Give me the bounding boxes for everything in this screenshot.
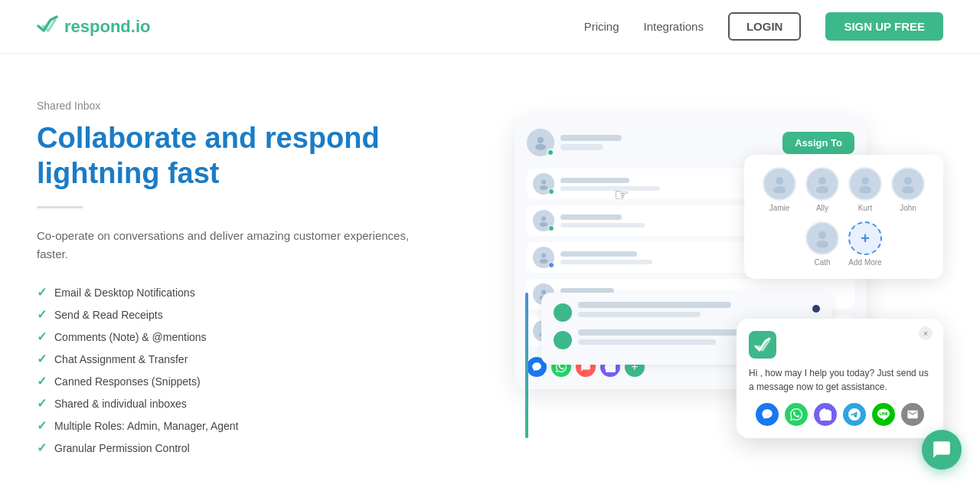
team-member-name: John <box>900 204 916 212</box>
logo[interactable]: respond.io <box>37 14 150 40</box>
svg-point-15 <box>816 186 828 193</box>
team-member-name: Ally <box>816 204 828 212</box>
status-dot <box>548 262 554 268</box>
feature-list: ✓Email & Desktop Notifications ✓Send & R… <box>37 285 435 455</box>
message-lines <box>578 302 806 317</box>
svg-point-13 <box>773 186 786 193</box>
check-icon: ✓ <box>37 396 47 411</box>
chat-avatar <box>533 173 554 195</box>
sub-line <box>560 144 603 150</box>
widget-viber-icon[interactable] <box>814 403 837 426</box>
team-avatar <box>805 221 839 255</box>
chat-avatar <box>533 247 554 268</box>
widget-logo <box>749 331 776 359</box>
team-member-kurt: Kurt <box>848 167 882 212</box>
list-item: ✓Granular Permission Control <box>37 441 435 455</box>
add-member-icon[interactable]: + <box>848 221 882 255</box>
list-item: ✓Send & Read Receipts <box>37 307 435 322</box>
logo-icon <box>37 14 58 40</box>
team-member-cath: Cath <box>805 221 839 267</box>
card-top-bar: Assign To <box>527 129 854 156</box>
team-member-name: Jamie <box>769 204 790 212</box>
list-item: ✓Canned Responses (Snippets) <box>37 374 435 388</box>
svg-point-7 <box>540 259 548 264</box>
chat-avatar <box>533 210 554 231</box>
svg-point-21 <box>816 241 828 247</box>
add-member-button[interactable]: + Add More <box>848 221 882 267</box>
chat-widget-popup: × Hi , how may I help you today? Just se… <box>737 319 943 438</box>
widget-email-icon[interactable] <box>901 403 924 426</box>
svg-point-4 <box>541 217 546 221</box>
widget-message-text: Hi , how may I help you today? Just send… <box>749 366 931 394</box>
illustration-panel: Assign To ☞ <box>499 116 943 438</box>
check-icon: ✓ <box>37 285 47 300</box>
add-member-label: Add More <box>848 258 881 267</box>
sender-dot <box>554 303 572 322</box>
check-icon: ✓ <box>37 307 47 322</box>
widget-messenger-icon[interactable] <box>756 403 779 426</box>
svg-point-0 <box>537 137 544 143</box>
list-item: ✓Email & Desktop Notifications <box>37 285 435 300</box>
selected-user-row <box>527 129 622 156</box>
team-avatar <box>891 167 925 201</box>
svg-point-6 <box>541 254 546 258</box>
hero-headline: Collaborate and respond lightning fast <box>37 121 435 191</box>
hero-description: Co-operate on conversations and deliver … <box>37 227 435 264</box>
svg-point-2 <box>541 180 546 185</box>
check-icon: ✓ <box>37 418 47 433</box>
svg-point-5 <box>540 222 548 227</box>
main-content: Shared Inbox Collaborate and respond lig… <box>0 54 980 486</box>
check-icon: ✓ <box>37 441 47 455</box>
team-avatar <box>763 167 796 201</box>
widget-close-button[interactable]: × <box>919 326 933 340</box>
check-icon: ✓ <box>37 374 47 388</box>
team-member-john: John <box>891 167 925 212</box>
navbar: respond.io Pricing Integrations LOGIN SI… <box>0 0 980 54</box>
widget-whatsapp-icon[interactable] <box>785 403 808 426</box>
svg-point-12 <box>776 177 783 185</box>
widget-telegram-icon[interactable] <box>843 403 866 426</box>
svg-point-16 <box>861 177 869 185</box>
check-icon: ✓ <box>37 329 47 344</box>
team-avatar <box>848 167 882 201</box>
team-member-name: Kurt <box>858 204 872 212</box>
team-card: Jamie Ally Kurt John <box>744 155 943 279</box>
login-button[interactable]: LOGIN <box>728 12 802 41</box>
floating-chat-button[interactable] <box>922 430 962 470</box>
svg-point-19 <box>902 186 914 193</box>
accent-bar <box>525 293 528 438</box>
list-item: ✓Shared & individual inboxes <box>37 396 435 411</box>
list-item: ✓Comments (Note) & @mentions <box>37 329 435 344</box>
user-info-lines <box>560 135 622 150</box>
name-line <box>560 135 622 141</box>
logo-text: respond.io <box>64 17 150 37</box>
team-member-jamie: Jamie <box>763 167 796 212</box>
status-dot <box>548 188 554 195</box>
nav-pricing[interactable]: Pricing <box>584 20 619 33</box>
nav-integrations[interactable]: Integrations <box>644 20 704 33</box>
svg-point-17 <box>859 186 871 193</box>
list-item: ✓Multiple Roles: Admin, Manager, Agent <box>37 418 435 433</box>
team-member-ally: Ally <box>805 167 839 212</box>
list-item: ✓Chat Assignment & Transfer <box>37 352 435 366</box>
team-member-name: Cath <box>814 258 830 267</box>
signup-button[interactable]: SIGN UP FREE <box>825 12 943 41</box>
widget-channel-list <box>749 403 931 426</box>
divider <box>37 206 83 208</box>
svg-point-18 <box>904 177 912 185</box>
sender-dot <box>554 331 572 349</box>
read-indicator <box>812 305 820 313</box>
user-avatar <box>527 129 554 156</box>
svg-point-3 <box>540 185 548 190</box>
svg-point-1 <box>535 144 546 150</box>
nav-links: Pricing Integrations LOGIN SIGN UP FREE <box>584 12 943 41</box>
widget-line-icon[interactable] <box>872 403 895 426</box>
svg-point-14 <box>818 177 826 185</box>
online-dot <box>547 149 554 156</box>
check-icon: ✓ <box>37 352 47 366</box>
section-label: Shared Inbox <box>37 100 435 112</box>
assign-to-button[interactable]: Assign To <box>782 132 854 154</box>
team-avatar <box>805 167 839 201</box>
status-dot <box>548 225 554 231</box>
svg-point-20 <box>818 231 826 239</box>
